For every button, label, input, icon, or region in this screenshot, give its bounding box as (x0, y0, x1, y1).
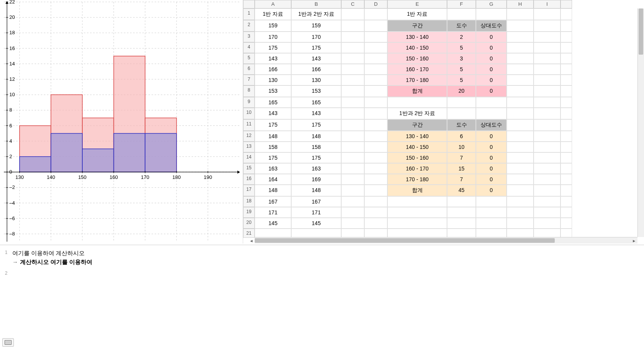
cell[interactable]: 158 (255, 142, 291, 152)
cell[interactable] (341, 207, 364, 218)
row-header[interactable]: 15 (243, 163, 255, 174)
row-header[interactable]: 13 (243, 142, 255, 152)
cell[interactable]: 175 (291, 152, 341, 163)
row-header[interactable]: 17 (243, 185, 255, 196)
cell[interactable] (561, 163, 572, 174)
cell[interactable] (341, 108, 364, 119)
row-header[interactable]: 21 (243, 229, 255, 238)
cell[interactable]: 163 (291, 163, 341, 174)
cell[interactable]: 130 (255, 75, 291, 85)
cell[interactable] (507, 218, 534, 229)
cell[interactable] (364, 152, 387, 163)
cell[interactable]: 170 (291, 32, 341, 42)
cell[interactable]: 160 - 170 (387, 163, 447, 174)
cell[interactable] (364, 53, 387, 64)
cell[interactable] (364, 97, 387, 108)
cell[interactable] (387, 218, 447, 229)
row-header[interactable]: 19 (243, 207, 255, 218)
cell[interactable] (476, 229, 507, 238)
cell[interactable]: 구간 (387, 20, 447, 32)
cell[interactable]: 143 (255, 108, 291, 119)
cell[interactable]: 도수 (447, 20, 476, 32)
cell[interactable] (507, 97, 534, 108)
cell[interactable]: 145 (291, 218, 341, 229)
row-header[interactable]: 20 (243, 218, 255, 229)
cell[interactable]: 153 (291, 85, 341, 97)
cell[interactable]: 5 (447, 64, 476, 75)
cell[interactable]: 1반 자료 (255, 8, 291, 20)
cell[interactable] (507, 119, 534, 131)
row-header[interactable]: 14 (243, 152, 255, 163)
cell[interactable]: 2 (447, 32, 476, 42)
cell[interactable]: 170 - 180 (387, 75, 447, 85)
cell[interactable] (507, 32, 534, 42)
cell[interactable] (255, 229, 291, 238)
cell[interactable] (561, 218, 572, 229)
cell[interactable]: 0 (476, 75, 507, 85)
cell[interactable]: 171 (255, 207, 291, 218)
column-header[interactable]: C (341, 0, 364, 8)
cell[interactable]: 0 (476, 163, 507, 174)
column-header[interactable]: H (507, 0, 534, 8)
cell[interactable] (534, 131, 561, 142)
cell[interactable] (364, 174, 387, 185)
cell[interactable] (364, 32, 387, 42)
cell[interactable] (507, 196, 534, 207)
cell[interactable]: 169 (291, 174, 341, 185)
cell[interactable] (561, 196, 572, 207)
row-header[interactable]: 12 (243, 131, 255, 142)
cell[interactable] (476, 97, 507, 108)
cell[interactable]: 0 (476, 85, 507, 97)
cell[interactable] (364, 207, 387, 218)
cell[interactable] (561, 108, 572, 119)
cell[interactable]: 0 (476, 174, 507, 185)
cell[interactable]: 도수 (447, 119, 476, 131)
cell[interactable] (476, 108, 507, 119)
cell[interactable] (534, 229, 561, 238)
scroll-right-icon[interactable]: ▸ (631, 237, 637, 244)
cell[interactable]: 45 (447, 185, 476, 196)
cell[interactable] (561, 42, 572, 53)
cell[interactable] (534, 142, 561, 152)
cell[interactable] (447, 207, 476, 218)
row-header[interactable]: 1 (243, 8, 255, 20)
cell[interactable] (534, 8, 561, 20)
cell[interactable]: 175 (255, 119, 291, 131)
cell[interactable]: 175 (255, 42, 291, 53)
cell[interactable] (534, 185, 561, 196)
cell[interactable]: 148 (255, 185, 291, 196)
cell[interactable] (507, 64, 534, 75)
cell[interactable] (364, 119, 387, 131)
cell[interactable]: 1반과 2반 자료 (291, 8, 341, 20)
cell[interactable] (534, 108, 561, 119)
cell[interactable] (507, 131, 534, 142)
cell[interactable]: 171 (291, 207, 341, 218)
cell[interactable] (534, 32, 561, 42)
cell[interactable] (561, 75, 572, 85)
column-header[interactable]: A (255, 0, 291, 8)
cell[interactable] (364, 64, 387, 75)
cell[interactable]: 158 (291, 142, 341, 152)
horizontal-scrollbar-thumb[interactable] (255, 238, 555, 243)
cell[interactable]: 130 - 140 (387, 131, 447, 142)
cell[interactable] (364, 142, 387, 152)
vertical-scrollbar[interactable] (637, 8, 644, 237)
cell[interactable] (534, 97, 561, 108)
cell[interactable] (341, 152, 364, 163)
cell[interactable] (476, 8, 507, 20)
cell[interactable]: 140 - 150 (387, 42, 447, 53)
row-header[interactable]: 18 (243, 196, 255, 207)
cell[interactable]: 164 (255, 174, 291, 185)
cell[interactable]: 구간 (387, 119, 447, 131)
cell[interactable] (561, 185, 572, 196)
cell[interactable] (534, 174, 561, 185)
cell[interactable] (341, 229, 364, 238)
cell[interactable] (364, 8, 387, 20)
cell[interactable] (561, 152, 572, 163)
cell[interactable] (561, 32, 572, 42)
column-header[interactable] (561, 0, 572, 8)
row-header[interactable]: 10 (243, 108, 255, 119)
cell[interactable] (364, 131, 387, 142)
cell[interactable] (364, 163, 387, 174)
horizontal-scrollbar[interactable]: ◂ ▸ (255, 237, 637, 244)
